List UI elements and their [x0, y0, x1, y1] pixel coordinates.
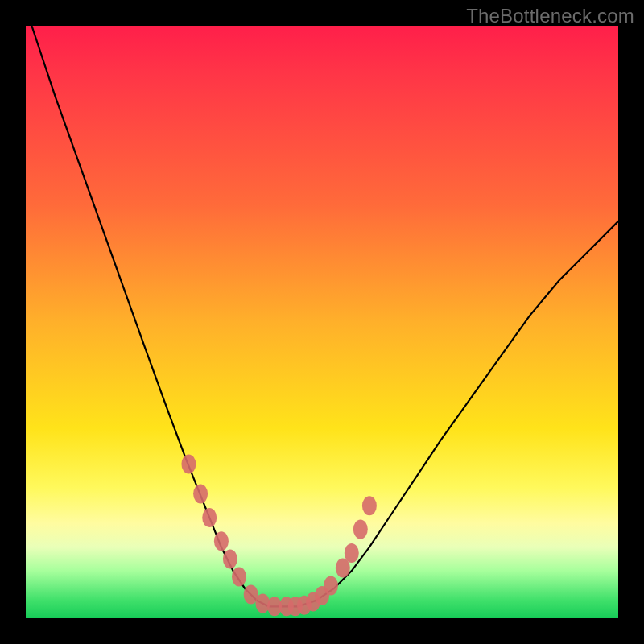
watermark-text: TheBottleneck.com [466, 5, 634, 27]
curve-marker [181, 455, 196, 474]
curve-marker [232, 568, 246, 587]
curve-marker [362, 496, 377, 515]
plot-svg [26, 26, 618, 618]
curve-marker [353, 520, 368, 539]
curve-marker [193, 484, 208, 503]
curve-marker [324, 576, 338, 596]
marker-layer [181, 455, 377, 617]
curve-marker [345, 543, 359, 563]
curve-marker [202, 508, 217, 527]
curve-marker [223, 549, 237, 568]
chart-frame: TheBottleneck.com [0, 0, 644, 644]
curve-marker [214, 531, 229, 551]
curve-layer [31, 26, 618, 606]
bottleneck-curve [31, 26, 618, 606]
plot-area [26, 26, 618, 618]
